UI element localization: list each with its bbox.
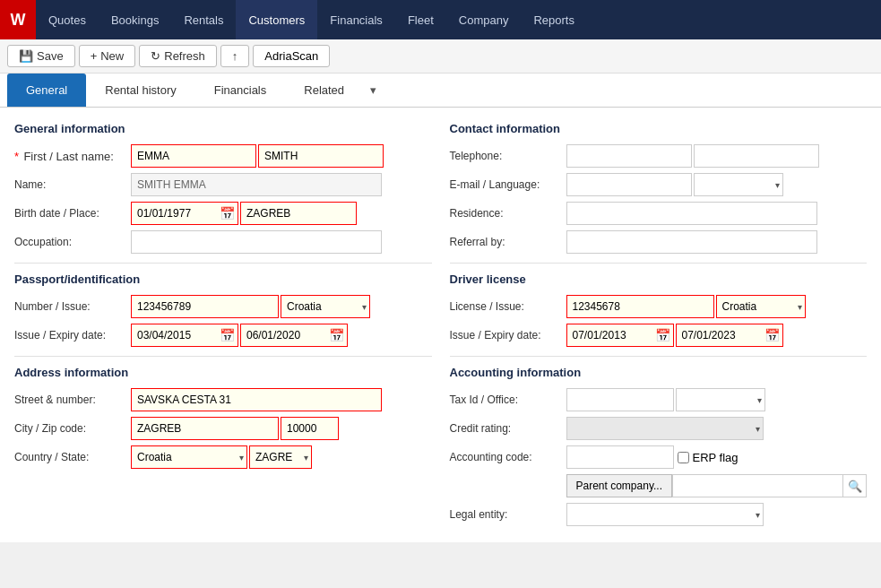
tab-general[interactable]: General <box>7 74 86 107</box>
tax-office-wrapper: ▾ <box>676 388 765 411</box>
birth-date-input[interactable] <box>131 202 238 225</box>
nav-item-financials[interactable]: Financials <box>317 0 395 39</box>
new-button[interactable]: + New <box>79 45 136 67</box>
language-select[interactable] <box>694 173 783 196</box>
search-icon: 🔍 <box>848 480 862 493</box>
passport-dates-row: Issue / Expiry date: 📅 📅 <box>14 324 432 347</box>
country-state-row: Country / State: Croatia ▾ ZAGRE ▾ <box>14 445 432 469</box>
passport-dates-label: Issue / Expiry date: <box>14 329 131 342</box>
city-input[interactable] <box>131 417 279 440</box>
license-dates-row: Issue / Expiry date: 📅 📅 <box>450 324 868 347</box>
telephone-label: Telephone: <box>450 150 566 162</box>
address-title: Address information <box>14 366 432 379</box>
tab-related[interactable]: Related <box>285 74 363 107</box>
residence-row: Residence: <box>450 202 868 225</box>
residence-input[interactable] <box>566 202 817 225</box>
erp-flag-checkbox[interactable] <box>678 452 689 463</box>
residence-label: Residence: <box>450 207 566 220</box>
birth-place-input[interactable] <box>240 202 357 225</box>
nav-item-rentals[interactable]: Rentals <box>171 0 236 39</box>
tabs-bar: General Rental history Financials Relate… <box>0 74 881 108</box>
new-label: New <box>100 49 124 63</box>
tab-rental-history[interactable]: Rental history <box>86 74 194 107</box>
nav-item-customers[interactable]: Customers <box>236 0 317 39</box>
passport-issue-wrapper: 📅 <box>131 324 238 347</box>
name-input <box>131 173 382 196</box>
save-icon: 💾 <box>19 49 33 63</box>
refresh-button[interactable]: ↻ Refresh <box>139 45 217 67</box>
license-expiry-wrapper: 📅 <box>676 324 783 347</box>
accounting-code-input[interactable] <box>566 445 674 469</box>
passport-title: Passport/identification <box>14 272 432 286</box>
passport-issue-input[interactable] <box>131 324 238 347</box>
left-panel: General information * First / Last name:… <box>14 118 432 532</box>
language-wrapper: ▾ <box>694 173 783 196</box>
license-issue-input[interactable] <box>566 324 674 347</box>
license-country-select[interactable]: Croatia <box>716 295 806 318</box>
zip-input[interactable] <box>281 417 339 440</box>
logo: W <box>0 0 36 39</box>
city-zip-label: City / Zip code: <box>14 422 131 435</box>
erp-flag-text: ERP flag <box>693 451 738 464</box>
main-content: General information * First / Last name:… <box>0 108 881 542</box>
parent-company-button[interactable]: Parent company... <box>566 474 673 497</box>
name-row: Name: <box>14 173 432 196</box>
telephone2-input[interactable] <box>694 144 819 168</box>
credit-rating-wrapper: ▾ <box>566 417 764 440</box>
legal-entity-row: Legal entity: ▾ <box>450 503 868 526</box>
first-last-name-label: * First / Last name: <box>14 150 131 163</box>
occupation-row: Occupation: <box>14 230 432 254</box>
export-button[interactable]: ↑ <box>220 45 250 67</box>
occupation-input[interactable] <box>131 230 382 254</box>
passport-number-input[interactable] <box>131 295 279 318</box>
first-name-input[interactable] <box>131 144 256 168</box>
passport-number-label: Number / Issue: <box>14 300 131 313</box>
name-label: Name: <box>14 178 131 191</box>
email-language-label: E-mail / Language: <box>450 178 566 191</box>
license-issue-wrapper: 📅 <box>566 324 674 347</box>
parent-company-search-button[interactable]: 🔍 <box>843 474 867 497</box>
nav-item-bookings[interactable]: Bookings <box>99 0 171 39</box>
nav-item-reports[interactable]: Reports <box>521 0 587 39</box>
tab-financials[interactable]: Financials <box>195 74 286 107</box>
email-input[interactable] <box>566 173 692 196</box>
save-button[interactable]: 💾 Save <box>7 45 75 67</box>
telephone-row: Telephone: <box>450 144 868 168</box>
adriascan-button[interactable]: AdriaScan <box>253 45 330 67</box>
tax-id-label: Tax Id / Office: <box>450 393 566 406</box>
parent-company-input[interactable] <box>672 474 843 497</box>
parent-company-row: Parent company... 🔍 <box>450 474 868 497</box>
city-zip-row: City / Zip code: <box>14 417 432 440</box>
street-label: Street & number: <box>14 393 131 406</box>
last-name-input[interactable] <box>258 144 384 168</box>
refresh-icon: ↻ <box>151 49 160 63</box>
nav-item-company[interactable]: Company <box>446 0 522 39</box>
country-select[interactable]: Croatia <box>131 445 247 469</box>
toolbar: 💾 Save + New ↻ Refresh ↑ AdriaScan <box>0 39 881 74</box>
first-last-name-row: * First / Last name: <box>14 144 432 168</box>
license-expiry-input[interactable] <box>676 324 783 347</box>
street-input[interactable] <box>131 388 382 411</box>
birth-date-wrapper: 📅 <box>131 202 238 225</box>
tab-more-button[interactable]: ▾ <box>363 74 384 106</box>
license-dates-label: Issue / Expiry date: <box>450 329 566 342</box>
passport-country-select[interactable]: Croatia <box>281 295 370 318</box>
license-number-input[interactable] <box>566 295 714 318</box>
passport-expiry-input[interactable] <box>240 324 348 347</box>
tax-id-input[interactable] <box>566 388 674 411</box>
refresh-label: Refresh <box>164 49 205 63</box>
tax-office-select[interactable] <box>676 388 765 411</box>
nav-item-fleet[interactable]: Fleet <box>395 0 446 39</box>
credit-rating-select[interactable] <box>566 417 764 440</box>
referral-label: Referral by: <box>450 236 566 248</box>
telephone1-input[interactable] <box>566 144 692 168</box>
state-select[interactable]: ZAGRE <box>249 445 312 469</box>
referral-input[interactable] <box>566 230 817 254</box>
passport-expiry-wrapper: 📅 <box>240 324 348 347</box>
legal-entity-wrapper: ▾ <box>566 503 764 526</box>
erp-flag-label[interactable]: ERP flag <box>678 451 738 464</box>
general-info-title: General information <box>14 122 432 135</box>
nav-item-quotes[interactable]: Quotes <box>36 0 99 39</box>
license-country-wrapper: Croatia ▾ <box>716 295 806 318</box>
legal-entity-select[interactable] <box>566 503 764 526</box>
